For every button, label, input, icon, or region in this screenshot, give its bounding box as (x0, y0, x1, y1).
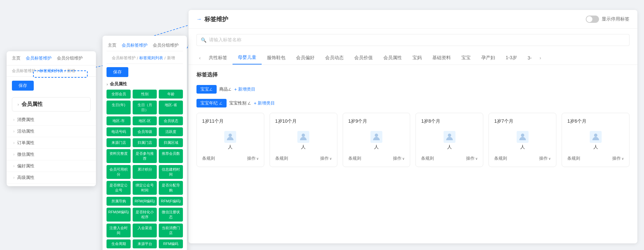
tag-grid-item-23[interactable]: 是否分配导购 (159, 181, 183, 195)
card-rules-btn-4[interactable]: 条规则 (494, 155, 507, 161)
tag-grid-item-9[interactable]: 电话号码 (107, 127, 131, 136)
add-category-1[interactable]: 新增类目 (234, 86, 255, 92)
tag-grid-item-0[interactable]: 全部会员 (107, 90, 131, 99)
tab-5[interactable]: 会员价值 (349, 52, 378, 64)
tag-grid-item-21[interactable]: 是否绑定公众号 (107, 181, 131, 195)
tag-grid-item-17[interactable]: 推荐会员数 (159, 149, 183, 163)
tag-grid-item-3[interactable]: 生日(年) (107, 101, 131, 114)
tag-grid-item-30[interactable]: 注册入会时间 (107, 224, 131, 237)
tg-nav-group[interactable]: 会员分组维护 (153, 42, 179, 48)
tag-grid-item-12[interactable]: 来源门店 (107, 138, 131, 147)
tab-arrow-left[interactable]: ‹ (196, 55, 203, 61)
left-sub-item-0[interactable]: › 消费属性 (7, 114, 96, 126)
card-rules-btn-0[interactable]: 条规则 (202, 155, 215, 161)
tg-nav-home[interactable]: 主页 (108, 42, 116, 48)
card-title-3: 1岁8个月 (421, 118, 478, 124)
card-op-btn-3[interactable]: 操作 (466, 155, 478, 161)
tag-grid-save-button[interactable]: 保存 (107, 67, 128, 77)
left-sub-item-2[interactable]: › 订单属性 (7, 137, 96, 149)
tag-grid-item-20[interactable]: 信息建档时间 (159, 165, 183, 179)
tag-grid-item-11[interactable]: 活跃度 (159, 127, 183, 136)
tag-grid-item-27[interactable]: RFM(M编码) (107, 208, 131, 222)
tag-grid-item-1[interactable]: 性别 (133, 90, 157, 99)
tag-row-1: 宝宝∠ 商品∠ 新增类目 (196, 85, 629, 94)
tag-grid-item-10[interactable]: 会员等级 (133, 127, 157, 136)
card-actions-4: 条规则 操作 (494, 155, 551, 161)
add-category-2[interactable]: 新增类目 (254, 100, 275, 106)
tag-grid-item-14[interactable]: 归属区域 (159, 138, 183, 147)
toggle-switch[interactable] (586, 16, 599, 23)
card-op-btn-1[interactable]: 操作 (320, 155, 332, 161)
tag-grid-item-15[interactable]: 资料完整度 (107, 149, 131, 163)
tag-grid-item-25[interactable]: RFM(R编码) (133, 197, 157, 206)
tag-baby-age[interactable]: 宝宝年纪 ∠ (196, 99, 227, 107)
left-breadcrumb-2[interactable]: 标签规则列表 (39, 68, 63, 74)
left-sub-label-3: 微信属性 (17, 151, 34, 157)
main-header: → 标签维护 显示停用标签 (189, 10, 637, 29)
tag-grid-breadcrumb: 会员标签维护 / 标签规则列表 / 新增 (107, 53, 183, 64)
content-area: 标签选择 宝宝∠ 商品∠ 新增类目 宝宝年纪 ∠ 宝宝性别 ∠ 新增类目 1岁1… (189, 65, 637, 243)
tag-grid-item-6[interactable]: 地区-市 (107, 116, 131, 125)
tag-grid-item-2[interactable]: 年龄 (159, 90, 183, 99)
tag-grid-item-24[interactable]: 所属导购 (107, 197, 131, 206)
tab-0[interactable]: 共性标签 (203, 52, 233, 64)
tab-9[interactable]: 宝宝 (456, 52, 476, 64)
tag-grid-item-29[interactable]: 微信注册状态 (159, 208, 183, 222)
tab-4[interactable]: 会员动态 (320, 52, 349, 64)
left-sub-item-1[interactable]: › 活动属性 (7, 126, 96, 137)
tag-grid-item-13[interactable]: 归属门店 (133, 138, 157, 147)
card-op-btn-0[interactable]: 操作 (247, 155, 259, 161)
card-op-btn-4[interactable]: 操作 (539, 155, 551, 161)
left-sub-item-5[interactable]: › 高级属性 (7, 172, 96, 184)
tab-10[interactable]: 孕产妇 (476, 52, 500, 64)
chevron-right-icon-0: › (13, 117, 15, 122)
tg-nav-tag[interactable]: 会员标签维护 (122, 42, 148, 48)
tab-8[interactable]: 基础资料 (427, 52, 456, 64)
left-sub-item-3[interactable]: › 微信属性 (7, 149, 96, 160)
left-breadcrumb: 会员标签维护 / 标签规则列表 / 新增 (7, 65, 96, 77)
tab-2[interactable]: 服饰鞋包 (262, 52, 291, 64)
search-bar[interactable]: 🔍 请输入标签名称 (196, 34, 629, 46)
left-sub-item-4[interactable]: › 偏好属性 (7, 160, 96, 172)
tag-grid-item-32[interactable]: 当前消费门店 (159, 224, 183, 237)
left-chevron-icon: › (18, 102, 19, 107)
tab-12[interactable]: 3- (522, 52, 537, 64)
tab-1[interactable]: 母婴儿童 (233, 51, 262, 64)
tag-product-item: 商品∠ (219, 86, 232, 92)
tag-grid-item-22[interactable]: 绑定公众号时间 (133, 181, 157, 195)
tg-breadcrumb-2[interactable]: 标签规则列表 (139, 55, 163, 61)
tg-breadcrumb-1: 会员标签维护 (112, 55, 136, 61)
tag-grid-item-28[interactable]: 是否转化小程序 (133, 208, 157, 222)
tag-grid-item-8[interactable]: 会员状态 (159, 116, 183, 125)
chevron-right-icon-2: › (13, 141, 15, 145)
left-nav-tag[interactable]: 会员标签维护 (26, 55, 52, 61)
card-rules-btn-5[interactable]: 条规则 (567, 155, 580, 161)
card-rules-btn-3[interactable]: 条规则 (421, 155, 434, 161)
tab-arrow-right[interactable]: › (537, 55, 544, 61)
left-main-title: 会员属性 (21, 101, 43, 108)
tag-grid-item-34[interactable]: 来源平台 (133, 239, 157, 248)
tag-baby-gender: 宝宝性别 ∠ (229, 100, 251, 106)
tab-6[interactable]: 会员属性 (378, 52, 407, 64)
tab-11[interactable]: 1-3岁 (500, 52, 522, 64)
tag-grid-item-35[interactable]: RFM编码 (159, 239, 183, 248)
card-rules-btn-2[interactable]: 条规则 (348, 155, 361, 161)
tab-7[interactable]: 宝妈 (407, 52, 427, 64)
tag-baby-item[interactable]: 宝宝∠ (196, 85, 217, 94)
tag-grid-item-19[interactable]: 累计积分 (133, 165, 157, 179)
tag-grid-item-33[interactable]: 生命周期 (107, 239, 131, 248)
tag-grid-item-16[interactable]: 是否参与推荐 (133, 149, 157, 163)
tag-grid-item-31[interactable]: 入会渠道 (133, 224, 157, 237)
tag-grid-item-5[interactable]: 地区-省 (159, 101, 183, 114)
card-rules-btn-1[interactable]: 条规则 (275, 155, 288, 161)
tag-grid-item-4[interactable]: 生日（月日） (133, 101, 157, 114)
tag-grid-item-26[interactable]: RFM(F编码) (159, 197, 183, 206)
tab-3[interactable]: 会员偏好 (291, 52, 320, 64)
card-op-btn-2[interactable]: 操作 (393, 155, 405, 161)
left-nav-group[interactable]: 会员分组维护 (57, 55, 83, 61)
tag-grid-item-18[interactable]: 会员可用积分 (107, 165, 131, 179)
tag-grid-item-7[interactable]: 地区-区 (133, 116, 157, 125)
left-save-button[interactable]: 保存 (12, 81, 34, 91)
left-nav-home[interactable]: 主页 (12, 55, 21, 61)
card-op-btn-5[interactable]: 操作 (612, 155, 624, 161)
